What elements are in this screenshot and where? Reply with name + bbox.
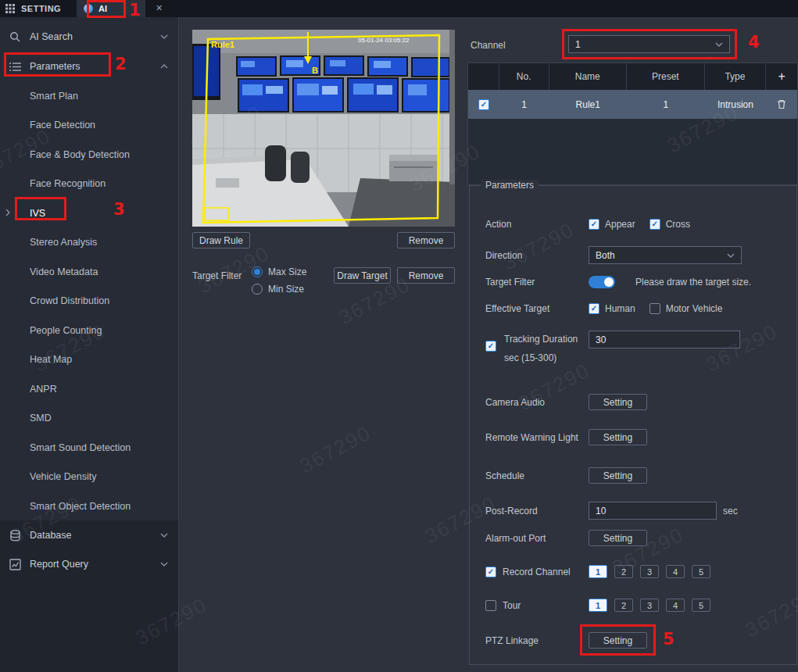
chevron-down-icon: [715, 42, 723, 47]
ptz-linkage-label: PTZ Linkage: [485, 635, 589, 646]
tour-3-button[interactable]: 3: [640, 599, 659, 612]
alarm-out-setting-button[interactable]: Setting: [589, 530, 647, 546]
tour-label: Tour: [503, 600, 521, 611]
direction-select[interactable]: Both: [589, 246, 742, 264]
channel-label: Channel: [471, 40, 506, 51]
tracking-duration-unit: sec (15-300): [504, 352, 582, 363]
sidebar-item-crowd-distribution[interactable]: Crowd Distribution: [0, 287, 179, 316]
apps-grid-icon[interactable]: [5, 4, 15, 13]
record-channel-checkbox[interactable]: [485, 567, 496, 577]
human-label: Human: [605, 303, 635, 314]
sidebar-item-label: Database: [30, 530, 72, 541]
header-select-col: [468, 63, 499, 90]
tracking-duration-label: Tracking Duration: [504, 334, 582, 345]
sidebar-item-video-metadata[interactable]: Video Metadata: [0, 257, 179, 287]
parameters-submenu: Smart Plan Face Detection Face & Body De…: [0, 81, 179, 521]
schedule-setting-button[interactable]: Setting: [589, 467, 647, 484]
tour-2-button[interactable]: 2: [614, 599, 633, 612]
add-rule-button[interactable]: +: [778, 70, 785, 84]
cross-checkbox[interactable]: [649, 219, 660, 230]
record-channel-3-button[interactable]: 3: [640, 565, 659, 578]
motor-vehicle-label: Motor Vehicle: [666, 303, 723, 314]
record-channel-2-button[interactable]: 2: [614, 565, 633, 578]
sidebar-item-smart-plan[interactable]: Smart Plan: [0, 81, 179, 111]
sidebar-item-face-detection[interactable]: Face Detection: [0, 111, 179, 141]
target-filter-toggle[interactable]: [589, 276, 615, 288]
sidebar-item-database[interactable]: Database: [0, 520, 179, 550]
post-record-row: Post-Record sec: [485, 502, 738, 520]
ptz-linkage-setting-button[interactable]: Setting: [589, 632, 647, 649]
tour-row: Tour 1 2 3 4 5: [485, 599, 710, 612]
sidebar-item-label: Report Query: [30, 559, 88, 570]
remote-warning-row: Remote Warning Light Setting: [485, 429, 647, 445]
watermark: 367290: [296, 421, 376, 479]
sidebar-item-ivs[interactable]: IVS: [0, 198, 179, 228]
direction-b-label: B: [312, 66, 318, 75]
record-channel-1-button[interactable]: 1: [589, 565, 607, 578]
tour-checkbox[interactable]: [485, 600, 496, 611]
annotation-number-5: 5: [663, 630, 675, 649]
channel-select[interactable]: 1: [568, 35, 730, 53]
direction-select-value: Both: [596, 250, 615, 261]
rule-table-row[interactable]: 1 Rule1 1 Intrusion: [468, 90, 797, 119]
schedule-row: Schedule Setting: [485, 467, 647, 484]
parameters-list-icon: [9, 62, 21, 72]
remove-rule-button[interactable]: Remove: [397, 232, 455, 248]
record-channel-4-button[interactable]: 4: [666, 565, 685, 578]
sidebar-item-people-counting[interactable]: People Counting: [0, 316, 179, 345]
target-filter-param-label: Target Filter: [485, 277, 589, 288]
rule-name-overlay: Rule1: [211, 40, 234, 49]
database-icon: [9, 530, 21, 542]
sidebar-item-anpr[interactable]: ANPR: [0, 374, 179, 404]
target-filter-row: Target Filter Please draw the target siz…: [485, 276, 751, 288]
header-no: No.: [499, 63, 549, 90]
delete-rule-trash-icon[interactable]: [777, 99, 786, 109]
chevron-up-icon: [160, 64, 168, 69]
min-size-radio[interactable]: [252, 284, 263, 295]
video-wall-monitors: [236, 55, 450, 113]
action-label: Action: [485, 219, 589, 230]
tracking-duration-checkbox[interactable]: [485, 341, 496, 352]
rule-enable-checkbox[interactable]: [478, 99, 489, 110]
sidebar-item-face-body-detection[interactable]: Face & Body Detection: [0, 140, 179, 170]
chevron-down-icon: [160, 562, 168, 567]
sidebar-item-smd[interactable]: SMD: [0, 404, 179, 434]
post-record-label: Post-Record: [485, 506, 589, 517]
sidebar-item-heat-map[interactable]: Heat Map: [0, 345, 179, 375]
tab-setting[interactable]: SETTING: [21, 4, 61, 13]
draw-rule-button[interactable]: Draw Rule: [192, 232, 250, 248]
annotation-number-2: 2: [115, 55, 127, 73]
sidebar-item-stereo-analysis[interactable]: Stereo Analysis: [0, 228, 179, 258]
max-size-radio[interactable]: [252, 266, 263, 277]
direction-row: Direction Both: [485, 246, 742, 264]
camera-preview-canvas[interactable]: Rule1 B 05-01-24 03:05:22: [192, 30, 455, 227]
remote-warning-setting-button[interactable]: Setting: [589, 429, 647, 445]
sidebar-item-report-query[interactable]: Report Query: [0, 549, 179, 579]
rule-no-cell: 1: [499, 90, 549, 119]
draw-target-button[interactable]: Draw Target: [334, 267, 391, 284]
remove-target-button[interactable]: Remove: [397, 267, 455, 284]
appear-checkbox[interactable]: [589, 219, 599, 230]
close-tab-icon[interactable]: ✕: [156, 3, 163, 13]
tour-1-button[interactable]: 1: [589, 599, 607, 612]
sidebar-item-smart-sound-detection[interactable]: Smart Sound Detection: [0, 433, 179, 463]
post-record-input[interactable]: [589, 502, 717, 520]
ai-search-icon: [9, 31, 21, 43]
record-channel-5-button[interactable]: 5: [692, 565, 710, 578]
sidebar-item-parameters[interactable]: Parameters: [0, 52, 179, 81]
tracking-duration-input[interactable]: [589, 331, 740, 349]
camera-audio-setting-button[interactable]: Setting: [589, 394, 647, 410]
cross-label: Cross: [666, 219, 690, 230]
sidebar-item-smart-object-detection[interactable]: Smart Object Detection: [0, 491, 179, 521]
chevron-right-icon: [5, 209, 10, 216]
camera-osd-timestamp: 05-01-24 03:05:22: [358, 37, 410, 44]
parameters-group-title: Parameters: [481, 180, 539, 191]
human-checkbox[interactable]: [589, 303, 599, 314]
tour-5-button[interactable]: 5: [692, 599, 710, 612]
motor-vehicle-checkbox[interactable]: [649, 303, 660, 314]
tour-4-button[interactable]: 4: [666, 599, 685, 612]
sidebar-item-label: Parameters: [30, 61, 81, 72]
sidebar-item-face-recognition[interactable]: Face Recognition: [0, 170, 179, 199]
sidebar-item-ai-search[interactable]: AI Search: [0, 22, 179, 52]
sidebar-item-vehicle-density[interactable]: Vehicle Density: [0, 463, 179, 492]
